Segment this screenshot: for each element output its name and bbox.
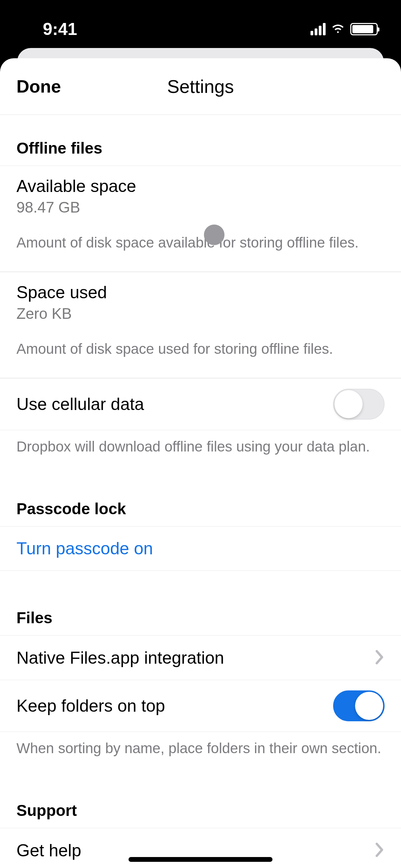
native-files-label: Native Files.app integration	[16, 648, 224, 668]
page-title: Settings	[167, 76, 234, 97]
status-bar: 9:41	[0, 0, 401, 48]
status-icons	[311, 22, 378, 37]
use-cellular-toggle[interactable]	[333, 389, 385, 420]
get-help-label: Get help	[16, 841, 81, 860]
pointer-cursor-icon	[204, 225, 224, 245]
section-header-offline: Offline files	[0, 115, 401, 166]
space-used-value: Zero KB	[16, 305, 107, 322]
battery-icon	[350, 23, 378, 35]
nav-bar: Done Settings	[0, 58, 401, 115]
turn-passcode-on-label: Turn passcode on	[16, 539, 153, 558]
done-button[interactable]: Done	[16, 76, 61, 97]
space-used-label: Space used	[16, 282, 107, 302]
device-frame: 9:41 Done Settings Offline files Availab…	[0, 0, 401, 868]
row-get-help[interactable]: Get help	[0, 828, 401, 868]
row-turn-passcode-on[interactable]: Turn passcode on	[0, 526, 401, 571]
use-cellular-label: Use cellular data	[16, 394, 144, 414]
row-keep-folders-on-top[interactable]: Keep folders on top	[0, 680, 401, 732]
available-space-label: Available space	[16, 176, 136, 196]
status-time: 9:41	[43, 19, 77, 39]
space-used-note: Amount of disk space used for storing of…	[0, 333, 401, 378]
row-native-files-integration[interactable]: Native Files.app integration	[0, 635, 401, 680]
available-space-value: 98.47 GB	[16, 199, 136, 216]
chevron-right-icon	[375, 842, 385, 859]
row-available-space: Available space 98.47 GB	[0, 166, 401, 226]
home-indicator[interactable]	[129, 857, 272, 862]
wifi-icon	[331, 22, 345, 37]
keep-folders-label: Keep folders on top	[16, 696, 165, 716]
section-header-support: Support	[0, 777, 401, 828]
section-header-passcode: Passcode lock	[0, 475, 401, 526]
keep-folders-note: When sorting by name, place folders in t…	[0, 732, 401, 777]
section-header-files: Files	[0, 571, 401, 635]
use-cellular-note: Dropbox will download offline files usin…	[0, 430, 401, 475]
cellular-signal-icon	[311, 23, 326, 35]
keep-folders-toggle[interactable]	[333, 690, 385, 721]
row-space-used: Space used Zero KB	[0, 272, 401, 333]
settings-scroll[interactable]: Offline files Available space 98.47 GB A…	[0, 115, 401, 868]
settings-sheet: Done Settings Offline files Available sp…	[0, 58, 401, 868]
chevron-right-icon	[375, 650, 385, 666]
row-use-cellular[interactable]: Use cellular data	[0, 378, 401, 430]
available-space-note: Amount of disk space available for stori…	[0, 226, 401, 272]
